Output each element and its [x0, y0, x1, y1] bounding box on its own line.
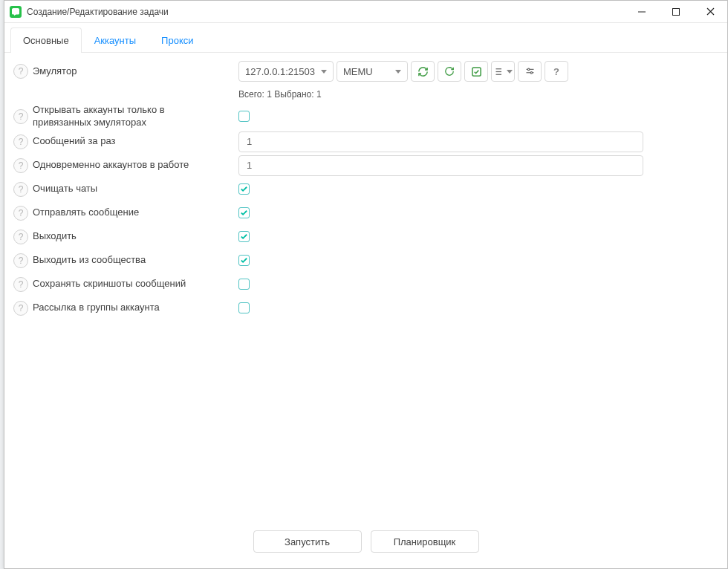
label-group-mailing: Рассылка в группы аккаунта [33, 302, 160, 314]
ctrl-messages-per-run [238, 131, 720, 152]
tab-accounts[interactable]: Аккаунты [82, 27, 149, 53]
svg-point-11 [530, 71, 533, 74]
emulator-platform-select[interactable]: MEMU [337, 61, 408, 82]
help-icon[interactable]: ? [13, 182, 28, 197]
svg-rect-1 [673, 8, 680, 15]
label-col: ? Очищать чаты [12, 182, 238, 197]
label-col: ? Отправлять сообщение [12, 206, 238, 221]
refresh-all-button[interactable] [411, 61, 435, 82]
checkbox-leave-community[interactable] [238, 255, 250, 266]
checkbox-save-screenshots[interactable] [238, 279, 250, 290]
label-col: ? Открывать аккаунты только в привязанны… [12, 104, 238, 129]
row-send-message: ? Отправлять сообщение [12, 201, 720, 225]
checkbox-logout[interactable] [238, 231, 250, 242]
help-icon[interactable]: ? [13, 158, 28, 173]
ctrl-logout [238, 231, 720, 242]
help-icon[interactable]: ? [13, 301, 28, 316]
row-messages-per-run: ? Сообщений за раз [12, 130, 720, 154]
svg-rect-4 [472, 67, 480, 75]
help-icon[interactable]: ? [13, 230, 28, 244]
close-button[interactable] [693, 1, 727, 22]
label-col: ? Одновременно аккаунтов в работе [12, 158, 238, 173]
select-all-button[interactable] [464, 61, 488, 82]
form-body: ? Эмулятор 127.0.0.1:21503 MEMU [4, 53, 727, 515]
help-icon[interactable]: ? [13, 253, 28, 268]
help-icon[interactable]: ? [13, 109, 28, 124]
tab-proxy[interactable]: Прокси [149, 27, 206, 53]
checkbox-clear-chats[interactable] [238, 183, 250, 195]
label-open-bound: Открывать аккаунты только в привязанных … [33, 104, 218, 129]
emulator-status: Всего: 1 Выбрано: 1 [238, 89, 720, 100]
titlebar: Создание/Редактирование задачи [4, 1, 727, 23]
app-icon [10, 6, 22, 18]
chevron-down-icon [321, 70, 327, 74]
minimize-button[interactable] [625, 1, 659, 22]
help-icon[interactable]: ? [13, 206, 28, 221]
settings-button[interactable] [518, 61, 542, 82]
footer: Запустить Планировщик [4, 515, 727, 568]
label-emulator: Эмулятор [33, 65, 77, 78]
chevron-down-icon [395, 70, 401, 74]
input-concurrent-accounts[interactable] [238, 155, 643, 176]
label-col: ? Выходить [12, 230, 238, 244]
label-logout: Выходить [33, 230, 77, 243]
help-icon[interactable]: ? [13, 277, 28, 292]
tabs: Основные Аккаунты Прокси [4, 23, 727, 53]
label-messages-per-run: Сообщений за раз [33, 135, 115, 148]
scheduler-button[interactable]: Планировщик [371, 530, 479, 553]
checkbox-group-mailing[interactable] [238, 302, 250, 313]
chevron-down-icon [507, 70, 513, 74]
tab-main[interactable]: Основные [10, 27, 82, 53]
refresh-one-button[interactable] [438, 61, 461, 82]
row-save-screenshots: ? Сохранять скриншоты сообщений [12, 273, 720, 296]
label-save-screenshots: Сохранять скриншоты сообщений [33, 278, 186, 290]
maximize-button[interactable] [659, 1, 693, 22]
checkbox-send-message[interactable] [238, 207, 250, 218]
row-clear-chats: ? Очищать чаты [12, 178, 720, 201]
row-open-bound: ? Открывать аккаунты только в привязанны… [12, 103, 720, 130]
row-emulator: ? Эмулятор 127.0.0.1:21503 MEMU [12, 60, 720, 103]
label-col: ? Эмулятор [12, 61, 238, 79]
label-clear-chats: Очищать чаты [33, 183, 97, 195]
label-col: ? Выходить из сообщества [12, 253, 238, 268]
row-logout: ? Выходить [12, 225, 720, 249]
ctrl-group-mailing [238, 302, 720, 313]
ctrl-leave-community [238, 255, 720, 266]
svg-point-9 [527, 68, 530, 71]
ctrl-concurrent-accounts [238, 155, 720, 176]
list-button[interactable] [491, 61, 515, 82]
label-col: ? Сохранять скриншоты сообщений [12, 277, 238, 292]
ctrl-save-screenshots [238, 279, 720, 290]
label-col: ? Сообщений за раз [12, 134, 238, 149]
window-controls [625, 1, 727, 22]
ctrl-open-bound [238, 111, 720, 122]
label-send-message: Отправлять сообщение [33, 207, 139, 219]
help-button[interactable]: ? [545, 61, 568, 82]
label-leave-community: Выходить из сообщества [33, 254, 146, 267]
row-concurrent-accounts: ? Одновременно аккаунтов в работе [12, 154, 720, 178]
task-edit-window: Создание/Редактирование задачи Основные … [4, 0, 728, 569]
help-icon[interactable]: ? [13, 134, 28, 149]
run-button[interactable]: Запустить [253, 530, 362, 553]
emulator-platform-value: MEMU [343, 66, 373, 77]
ctrl-clear-chats [238, 183, 720, 195]
help-icon[interactable]: ? [13, 64, 28, 79]
row-leave-community: ? Выходить из сообщества [12, 249, 720, 273]
label-col: ? Рассылка в группы аккаунта [12, 301, 238, 316]
emulator-address-value: 127.0.0.1:21503 [245, 66, 315, 77]
row-group-mailing: ? Рассылка в группы аккаунта [12, 296, 720, 320]
window-title: Создание/Редактирование задачи [27, 7, 625, 17]
emulator-address-select[interactable]: 127.0.0.1:21503 [238, 61, 334, 82]
label-concurrent-accounts: Одновременно аккаунтов в работе [33, 159, 189, 172]
input-messages-per-run[interactable] [238, 131, 643, 152]
ctrl-emulator: 127.0.0.1:21503 MEMU [238, 61, 720, 103]
ctrl-send-message [238, 207, 720, 218]
checkbox-open-bound[interactable] [238, 111, 250, 122]
